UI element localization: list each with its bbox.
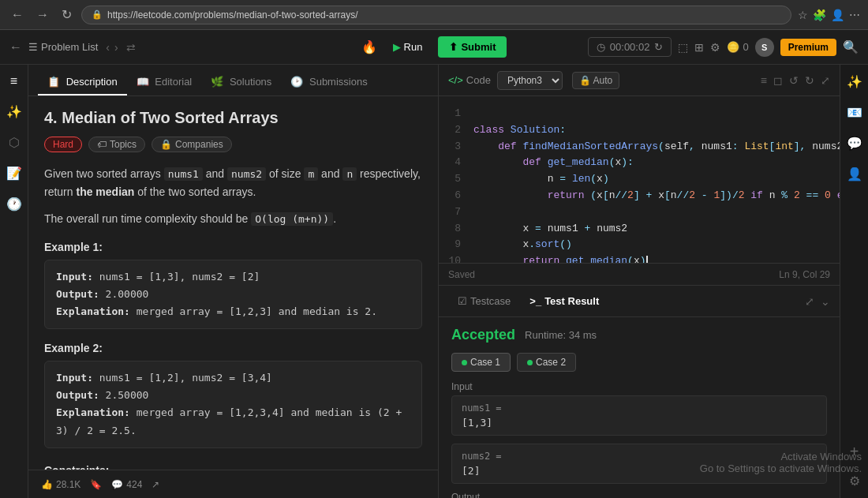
likes-stat[interactable]: 👍 28.1K bbox=[41, 479, 80, 490]
tab-submissions[interactable]: 🕑 Submissions bbox=[281, 69, 376, 95]
complexity-code: O(log (m+n)) bbox=[251, 212, 333, 226]
solutions-icon: 🌿 bbox=[211, 76, 223, 88]
auto-label[interactable]: 🔒 Auto bbox=[572, 72, 619, 89]
coin-icon: 🪙 bbox=[727, 41, 739, 53]
n-code: n bbox=[342, 167, 357, 181]
code-panel-icon: </> bbox=[448, 74, 463, 86]
extension-icon[interactable]: 🧩 bbox=[813, 9, 826, 21]
add-panel-button[interactable]: + bbox=[850, 443, 859, 461]
redo-btn[interactable]: ↻ bbox=[805, 74, 814, 87]
problem-list-button[interactable]: ☰ Problem List bbox=[28, 41, 98, 53]
refresh-icon[interactable]: ↻ bbox=[654, 41, 663, 53]
undo-btn[interactable]: ↺ bbox=[789, 74, 799, 87]
m-code: m bbox=[304, 167, 318, 181]
tab-solutions[interactable]: 🌿 Solutions bbox=[201, 69, 281, 95]
output-label: Output bbox=[451, 492, 827, 498]
sidebar-terminal-icon[interactable]: ⬡ bbox=[6, 132, 23, 153]
search-icon[interactable]: 🔍 bbox=[843, 39, 859, 54]
bookmark-code-btn[interactable]: ◻ bbox=[773, 74, 783, 87]
share-stat[interactable]: ↗ bbox=[152, 479, 159, 490]
topics-label: Topics bbox=[110, 139, 137, 150]
shuffle-icon[interactable]: ⇄ bbox=[126, 41, 136, 54]
example1-explanation: Explanation: merged array = [1,2,3] and … bbox=[56, 303, 410, 320]
back-nav-icon[interactable]: ← bbox=[9, 40, 22, 54]
difficulty-tag: Hard bbox=[44, 137, 82, 152]
terminal-icon: >_ bbox=[529, 295, 541, 307]
comments-stat[interactable]: 💬 424 bbox=[111, 479, 142, 490]
right-ai-icon[interactable]: ✨ bbox=[844, 71, 866, 92]
run-button[interactable]: ▶ Run bbox=[383, 36, 432, 58]
save-status: Saved bbox=[448, 269, 475, 280]
right-panel: </> Code Python3 Java C++ 🔒 Auto ≡ ◻ ↺ ↻… bbox=[439, 65, 840, 498]
fire-icon: 🔥 bbox=[361, 39, 377, 54]
code-lines[interactable]: class Solution: def findMedianSortedArra… bbox=[467, 96, 840, 263]
example1-output: Output: 2.00000 bbox=[56, 286, 410, 303]
editorial-icon: 📖 bbox=[137, 76, 149, 88]
avatar[interactable]: S bbox=[755, 38, 774, 57]
code-area[interactable]: 12345 67891011 class Solution: def findM… bbox=[439, 96, 840, 263]
nums2-var-label: nums2 = bbox=[462, 451, 817, 462]
run-label: Run bbox=[404, 41, 423, 53]
bookmark-stat[interactable]: 🔖 bbox=[90, 479, 102, 490]
expand-code-btn[interactable]: ⤢ bbox=[821, 74, 830, 87]
submit-button[interactable]: ⬆ Submit bbox=[438, 36, 507, 58]
tab-editorial[interactable]: 📖 Editorial bbox=[127, 69, 202, 95]
list-icon-btn[interactable]: ≡ bbox=[761, 74, 767, 87]
tab-submissions-label: Submissions bbox=[309, 76, 368, 88]
accepted-row: Accepted Runtime: 34 ms bbox=[451, 327, 827, 343]
tab-testcase[interactable]: ☑ Testcase bbox=[448, 289, 520, 313]
tab-description[interactable]: 📋 Description bbox=[38, 69, 127, 95]
description-panel: 📋 Description 📖 Editorial 🌿 Solutions 🕑 … bbox=[28, 65, 439, 498]
sidebar-note-icon[interactable]: 📝 bbox=[3, 163, 25, 184]
problem-footer: 👍 28.1K 🔖 💬 424 ↗ bbox=[28, 470, 438, 498]
prev-problem-button[interactable]: ‹ bbox=[104, 39, 111, 55]
testcase-label: Testcase bbox=[470, 295, 511, 307]
expand-test-btn[interactable]: ⤢ bbox=[805, 295, 814, 308]
fullscreen-button[interactable]: ⬚ bbox=[678, 41, 688, 54]
toolbar-center: 🔥 ▶ Run ⬆ Submit bbox=[361, 36, 507, 58]
grid-icon[interactable]: ⊞ bbox=[694, 41, 704, 54]
share-icon: ↗ bbox=[152, 479, 159, 490]
example1-box: Input: nums1 = [1,3], nums2 = [2] Output… bbox=[44, 260, 422, 329]
footer-stats: 👍 28.1K 🔖 💬 424 ↗ bbox=[41, 479, 159, 490]
tab-test-result[interactable]: >_ Test Result bbox=[520, 289, 608, 313]
topics-tag[interactable]: 🏷 Topics bbox=[88, 137, 145, 152]
code-panel: </> Code Python3 Java C++ 🔒 Auto ≡ ◻ ↺ ↻… bbox=[439, 65, 840, 285]
nums2-input-box: nums2 = [2] bbox=[451, 444, 827, 484]
sidebar-description-icon[interactable]: ≡ bbox=[7, 71, 21, 92]
language-select[interactable]: Python3 Java C++ bbox=[497, 71, 563, 90]
profile-icon[interactable]: 👤 bbox=[831, 9, 844, 21]
companies-tag[interactable]: 🔒 Companies bbox=[152, 137, 232, 152]
reload-button[interactable]: ↻ bbox=[58, 6, 75, 24]
sidebar-clock-icon[interactable]: 🕐 bbox=[3, 193, 25, 215]
forward-button[interactable]: → bbox=[33, 6, 52, 24]
settings-icon[interactable]: ⚙ bbox=[710, 41, 720, 54]
coin-count: 0 bbox=[743, 41, 748, 53]
description-tabs: 📋 Description 📖 Editorial 🌿 Solutions 🕑 … bbox=[28, 65, 438, 96]
right-chat-icon[interactable]: 💬 bbox=[844, 133, 866, 154]
case1-dot bbox=[462, 360, 467, 365]
star-icon[interactable]: ☆ bbox=[798, 9, 808, 21]
nums1-code: nums1 bbox=[164, 167, 203, 181]
timer-area: ◷ 00:00:02 ↻ bbox=[588, 37, 672, 57]
back-button[interactable]: ← bbox=[8, 6, 27, 24]
hamburger-icon: ☰ bbox=[28, 41, 38, 53]
collapse-test-btn[interactable]: ⌄ bbox=[821, 295, 830, 308]
accepted-badge: Accepted bbox=[451, 327, 515, 343]
premium-button[interactable]: Premium bbox=[780, 39, 836, 56]
right-person-icon[interactable]: 👤 bbox=[844, 163, 866, 185]
tab-description-label: Description bbox=[66, 76, 118, 88]
tag-icon: 🏷 bbox=[97, 139, 107, 150]
tab-editorial-label: Editorial bbox=[155, 76, 192, 88]
timer-display: 00:00:02 bbox=[610, 41, 650, 53]
sidebar-ai-icon[interactable]: ✨ bbox=[3, 101, 25, 122]
case-2-tab[interactable]: Case 2 bbox=[517, 353, 576, 372]
gear-settings-icon[interactable]: ⚙ bbox=[846, 470, 863, 492]
thumbs-up-icon: 👍 bbox=[41, 479, 53, 490]
nums1-input-box: nums1 = [1,3] bbox=[451, 395, 827, 436]
case-1-tab[interactable]: Case 1 bbox=[451, 353, 511, 372]
next-problem-button[interactable]: › bbox=[113, 39, 120, 55]
right-outlook-icon[interactable]: 📧 bbox=[844, 102, 866, 123]
url-bar[interactable]: 🔒 https://leetcode.com/problems/median-o… bbox=[81, 6, 791, 24]
more-icon[interactable]: ⋯ bbox=[849, 9, 860, 21]
